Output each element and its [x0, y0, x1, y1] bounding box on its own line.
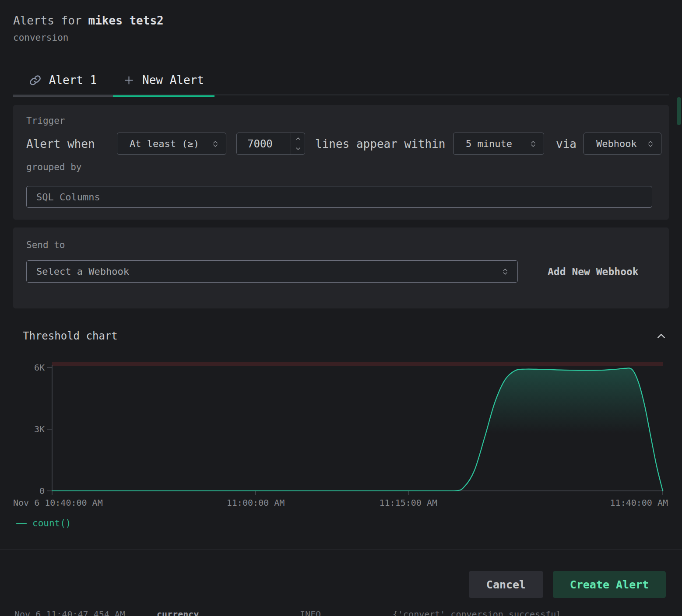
trigger-via-text: via [556, 133, 577, 155]
threshold-chart: 03K6KNov 6 10:40:00 AM11:00:00 AM11:15:0… [0, 357, 682, 510]
tab-new-alert-label: New Alert [142, 74, 204, 87]
threshold-value: 7000 [237, 133, 291, 154]
channel-value: Webhook [596, 138, 637, 149]
svg-text:11:00:00 AM: 11:00:00 AM [227, 497, 285, 508]
grouped-by-label: grouped by [26, 162, 81, 172]
time-window-select[interactable]: 5 minute [453, 133, 544, 155]
log-message: {'convert' conversion successful [393, 610, 561, 616]
chevron-updown-icon [502, 267, 509, 276]
log-timestamp: Nov 6 11:40:47.454 AM [14, 610, 125, 616]
page-title-prefix: Alerts for [13, 14, 82, 27]
trigger-section: Trigger Alert when At least (≥) 7000 lin… [13, 105, 669, 220]
send-to-section: Send to Select a Webhook Add New Webhook [13, 228, 669, 308]
legend-series-label: count() [32, 518, 71, 528]
chevron-updown-icon [212, 140, 219, 148]
log-service: currency [157, 610, 199, 616]
threshold-number-input[interactable]: 7000 [236, 133, 305, 155]
link-icon [29, 74, 41, 86]
log-level: INFO [300, 610, 321, 616]
footer-divider [0, 549, 682, 550]
webhook-select[interactable]: Select a Webhook [26, 260, 518, 283]
svg-text:11:15:00 AM: 11:15:00 AM [380, 497, 437, 508]
trigger-label: Trigger [26, 116, 65, 126]
spinner-up-button[interactable] [291, 133, 305, 144]
webhook-select-placeholder: Select a Webhook [36, 266, 129, 277]
tab-alert-1-label: Alert 1 [49, 74, 97, 87]
number-spinner [291, 133, 305, 154]
svg-text:6K: 6K [34, 362, 45, 373]
time-window-value: 5 minute [466, 138, 512, 149]
page-title-source-name: mikes tets2 [88, 14, 164, 27]
trigger-row: Alert when At least (≥) 7000 lines appea… [26, 133, 661, 155]
chevron-updown-icon [530, 140, 537, 148]
collapse-chart-icon[interactable] [655, 330, 667, 342]
send-to-label: Send to [26, 240, 65, 250]
svg-text:Nov 6 10:40:00 AM: Nov 6 10:40:00 AM [13, 497, 103, 508]
chevron-down-icon [295, 147, 302, 151]
plus-icon [123, 75, 134, 86]
page-subtitle: conversion [13, 32, 68, 43]
cancel-button[interactable]: Cancel [469, 571, 543, 598]
comparator-value: At least (≥) [130, 138, 199, 149]
scrollbar-thumb[interactable] [677, 97, 681, 125]
page-title: Alerts formikes tets2 [13, 14, 164, 27]
background-log-row: Nov 6 11:40:47.454 AM currency INFO {'co… [0, 610, 682, 616]
grouped-by-input[interactable]: SQL Columns [26, 186, 652, 208]
threshold-chart-title: Threshold chart [23, 330, 118, 342]
svg-text:3K: 3K [34, 424, 45, 434]
chevron-up-icon [295, 136, 302, 141]
chart-legend: count() [16, 518, 71, 528]
trigger-prefix-text: Alert when [26, 133, 95, 155]
threshold-chart-header: Threshold chart [23, 330, 667, 342]
tab-new-alert[interactable]: New Alert [113, 65, 214, 97]
tab-alert-1[interactable]: Alert 1 [13, 65, 113, 97]
chevron-updown-icon [647, 140, 654, 148]
grouped-by-placeholder: SQL Columns [36, 192, 100, 203]
comparator-select[interactable]: At least (≥) [117, 133, 226, 155]
trigger-middle-text: lines appear within [315, 133, 445, 155]
spinner-down-button[interactable] [291, 144, 305, 155]
alert-tabs: Alert 1 New Alert [13, 65, 669, 95]
alert-modal: Alerts formikes tets2 conversion Alert 1… [0, 0, 682, 616]
svg-text:11:40:00 AM: 11:40:00 AM [610, 497, 668, 508]
create-alert-button[interactable]: Create Alert [553, 571, 666, 598]
add-new-webhook-button[interactable]: Add New Webhook [545, 260, 641, 283]
channel-select[interactable]: Webhook [584, 133, 661, 155]
legend-line-swatch [16, 523, 27, 524]
svg-text:0: 0 [39, 486, 45, 496]
